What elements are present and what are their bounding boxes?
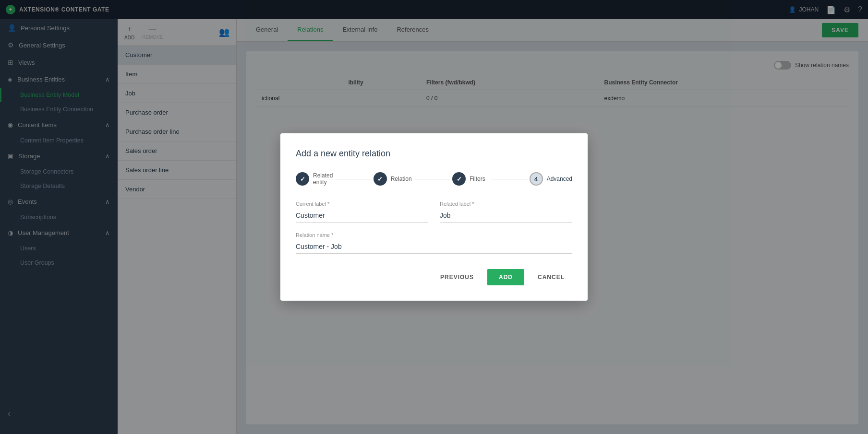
step-line-1 xyxy=(335,179,371,179)
step-related-entity: ✓ Related entity xyxy=(296,172,333,186)
step-circle-3: ✓ xyxy=(452,172,466,186)
step-filters: ✓ Filters xyxy=(452,172,489,186)
modal-overlay: Add a new entity relation ✓ Related enti… xyxy=(0,0,868,434)
related-label-label: Related label * xyxy=(440,201,572,207)
step-line-2 xyxy=(414,179,450,179)
related-label-input[interactable] xyxy=(440,209,572,223)
step-circle-1: ✓ xyxy=(296,172,309,186)
step-label-relation: Relation xyxy=(391,176,412,182)
form-field-related-label: Related label * xyxy=(440,201,572,223)
previous-button[interactable]: PREVIOUS xyxy=(433,270,482,284)
step-relation: ✓ Relation xyxy=(374,172,412,186)
current-label-label: Current label * xyxy=(296,201,428,207)
modal-title: Add a new entity relation xyxy=(296,149,572,159)
step-label-related-entity: Related entity xyxy=(313,172,333,186)
step-label-filters: Filters xyxy=(470,176,485,182)
step-circle-4: 4 xyxy=(530,172,543,186)
relation-name-input[interactable] xyxy=(296,240,572,254)
step-line-3 xyxy=(491,179,527,179)
step-advanced: 4 Advanced xyxy=(530,172,572,186)
step-circle-2: ✓ xyxy=(374,172,387,186)
form-field-relation-name: Relation name * xyxy=(296,232,572,254)
modal-add-entity-relation: Add a new entity relation ✓ Related enti… xyxy=(280,133,588,301)
stepper: ✓ Related entity ✓ Relation ✓ Filters 4 … xyxy=(296,172,572,186)
cancel-button[interactable]: CANCEL xyxy=(530,270,572,284)
current-label-input[interactable] xyxy=(296,209,428,223)
modal-footer: PREVIOUS ADD CANCEL xyxy=(296,269,572,285)
add-button-modal[interactable]: ADD xyxy=(487,269,524,285)
form-field-current-label: Current label * xyxy=(296,201,428,223)
form-row-labels: Current label * Related label * xyxy=(296,201,572,223)
step-label-advanced: Advanced xyxy=(547,176,572,182)
relation-name-label: Relation name * xyxy=(296,232,572,238)
